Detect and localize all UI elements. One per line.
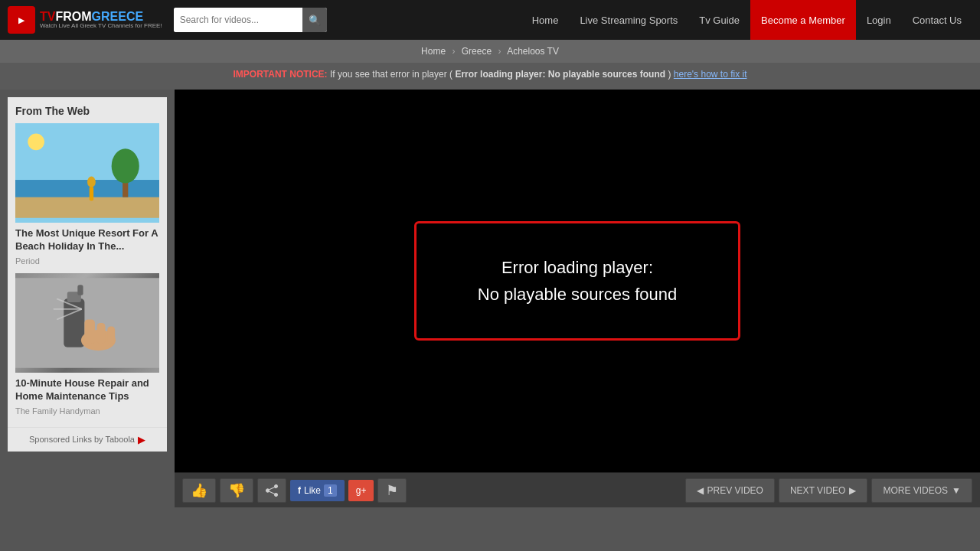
prev-video-button[interactable]: ◀ PREV VIDEO [685, 478, 775, 503]
search-input[interactable] [174, 8, 302, 32]
notice-close-paren: ) [668, 69, 673, 80]
widget-title: From The Web [8, 97, 167, 123]
nav-home[interactable]: Home [521, 0, 570, 40]
prev-arrow-icon: ◀ [697, 485, 704, 496]
notice-error-text: Error loading player: No playable source… [455, 69, 665, 80]
svg-point-3 [28, 134, 44, 151]
more-videos-arrow-icon: ▼ [952, 485, 961, 496]
ad-source-2: The Family Handyman [15, 406, 159, 416]
breadcrumb-sep-2: › [498, 46, 501, 57]
notice-bar: IMPORTANT NOTICE: If you see that error … [0, 63, 980, 90]
nav-login[interactable]: Login [856, 0, 902, 40]
breadcrumb-greece[interactable]: Greece [462, 46, 492, 57]
svg-rect-2 [15, 197, 159, 218]
flag-button[interactable]: ⚑ [377, 478, 407, 503]
video-player: Error loading player: No playable source… [175, 90, 980, 472]
logo-title: TVFROMGREECE [40, 10, 162, 24]
taboola-text: Sponsored Links by Taboola [29, 435, 135, 444]
sidebar-widget: From The Web [8, 97, 167, 452]
svg-point-6 [87, 177, 96, 187]
error-line-1: Error loading player: [478, 254, 678, 281]
sidebar: From The Web [0, 90, 175, 507]
facebook-like-button[interactable]: f Like 1 [290, 480, 345, 501]
svg-rect-13 [84, 319, 95, 344]
breadcrumb: Home › Greece › Acheloos TV [0, 40, 980, 63]
thumbdown-button[interactable]: 👎 [220, 478, 253, 503]
more-videos-button[interactable]: MORE VIDEOS ▼ [871, 478, 972, 503]
svg-rect-11 [77, 285, 83, 295]
search-bar: 🔍 [174, 8, 327, 32]
notice-label: IMPORTANT NOTICE: [234, 69, 328, 80]
next-arrow-icon: ▶ [849, 485, 856, 496]
logo-tv: TV [40, 10, 55, 23]
logo-subtitle: Watch Live All Greek TV Channels for FRE… [40, 23, 162, 30]
notice-text: If you see that error in player ( [330, 69, 452, 80]
logo[interactable]: ▶ TVFROMGREECE Watch Live All Greek TV C… [8, 6, 162, 34]
share-button[interactable] [257, 478, 286, 503]
controls-right: ◀ PREV VIDEO NEXT VIDEO ▶ MORE VIDEOS ▼ [685, 478, 972, 503]
fb-like-label: Like [304, 485, 321, 496]
svg-rect-7 [90, 187, 93, 201]
more-videos-label: MORE VIDEOS [883, 485, 948, 496]
svg-point-5 [112, 149, 139, 184]
search-button[interactable]: 🔍 [302, 8, 327, 32]
tools-image [15, 273, 159, 373]
error-box: Error loading player: No playable source… [414, 221, 741, 341]
ad-title-2: 10-Minute House Repair and Home Maintena… [15, 377, 159, 403]
svg-rect-15 [107, 326, 115, 344]
ad-title-1: The Most Unique Resort For A Beach Holid… [15, 227, 159, 253]
beach-image [15, 123, 159, 223]
taboola-bar: Sponsored Links by Taboola ▶ [8, 427, 167, 452]
main-content: From The Web [0, 90, 980, 507]
breadcrumb-sep-1: › [452, 46, 455, 57]
logo-icon: ▶ [8, 6, 35, 34]
error-line-2: No playable sources found [478, 281, 678, 308]
nav-contact[interactable]: Contact Us [902, 0, 972, 40]
gplus-button[interactable]: g+ [348, 480, 374, 501]
fb-icon: f [298, 485, 301, 496]
nav-live-streaming[interactable]: Live Streaming Sports [569, 0, 688, 40]
logo-text: TVFROMGREECE Watch Live All Greek TV Cha… [40, 10, 162, 30]
main-nav: Home Live Streaming Sports Tv Guide Beco… [521, 0, 972, 40]
ad-source-1: Period [15, 256, 159, 266]
thumbup-button[interactable]: 👍 [182, 478, 216, 503]
player-wrapper: Error loading player: No playable source… [175, 90, 980, 507]
video-controls: 👍 👎 f Like 1 g+ ⚑ ◀ PREV VIDEO NEXT VIDE… [175, 472, 980, 507]
prev-video-label: PREV VIDEO [707, 485, 763, 496]
ad-item-1[interactable]: The Most Unique Resort For A Beach Holid… [8, 123, 167, 273]
fb-count: 1 [324, 484, 337, 497]
next-video-button[interactable]: NEXT VIDEO ▶ [779, 478, 867, 503]
next-video-label: NEXT VIDEO [790, 485, 845, 496]
taboola-arrow-icon: ▶ [138, 434, 145, 445]
nav-tv-guide[interactable]: Tv Guide [688, 0, 750, 40]
header: ▶ TVFROMGREECE Watch Live All Greek TV C… [0, 0, 980, 40]
ad-image-2 [15, 273, 159, 373]
svg-rect-14 [97, 323, 106, 344]
error-message: Error loading player: No playable source… [478, 254, 678, 308]
breadcrumb-home[interactable]: Home [421, 46, 446, 57]
breadcrumb-channel: Acheloos TV [507, 46, 559, 57]
nav-become-member[interactable]: Become a Member [750, 0, 856, 40]
ad-item-2[interactable]: 10-Minute House Repair and Home Maintena… [8, 273, 167, 423]
notice-fix-link[interactable]: here's how to fix it [674, 69, 747, 80]
ad-image-1 [15, 123, 159, 223]
